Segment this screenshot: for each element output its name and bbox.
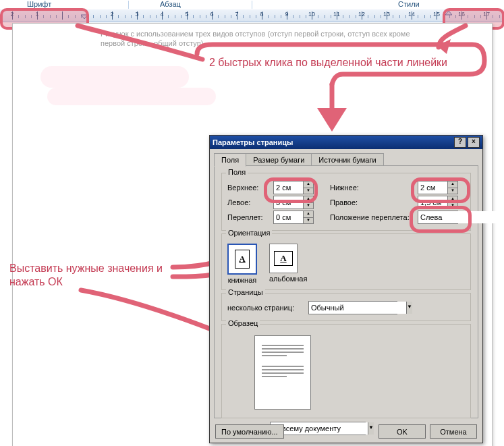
orientation-portrait[interactable]: A книжная: [227, 244, 257, 284]
chevron-down-icon[interactable]: ▼: [406, 302, 412, 314]
annotation-smear: [47, 88, 216, 105]
ribbon-paragraph-label: Абзац: [160, 0, 181, 8]
group-preview: Образец: [221, 324, 471, 418]
input-gutter-pos[interactable]: [418, 211, 504, 223]
input-gutter[interactable]: [274, 211, 303, 223]
tab-panel-fields: Поля Верхнее: ▲▼ Нижнее: ▲▼ Левое: ▲▼ Пр…: [214, 165, 478, 418]
tab-paper-source[interactable]: Источник бумаги: [311, 153, 383, 167]
spin-down-icon[interactable]: ▼: [304, 188, 313, 194]
group-margins-legend: Поля: [226, 168, 248, 176]
ruler-number: 5: [185, 11, 188, 18]
spin-down-icon[interactable]: ▼: [448, 188, 457, 194]
ruler-number: 15: [433, 11, 440, 18]
input-right[interactable]: [418, 196, 447, 208]
dialog-title: Параметры страницы: [213, 138, 293, 146]
ruler-number: 13: [383, 11, 390, 18]
spin-up-icon[interactable]: ▲: [304, 182, 313, 188]
ribbon-divider: [252, 1, 252, 9]
input-left[interactable]: [274, 196, 303, 208]
label-gutter-pos: Положение переплета:: [330, 213, 418, 221]
annotation-smear: [40, 66, 189, 88]
group-margins: Поля Верхнее: ▲▼ Нижнее: ▲▼ Левое: ▲▼ Пр…: [221, 173, 471, 231]
ruler-number: 8: [260, 11, 263, 18]
group-preview-legend: Образец: [226, 319, 260, 327]
spin-up-icon[interactable]: ▲: [448, 196, 457, 203]
tab-fields[interactable]: Поля: [214, 153, 246, 167]
orientation-portrait-icon: A: [227, 244, 257, 275]
label-multipages: несколько страниц:: [227, 304, 308, 312]
input-top[interactable]: [274, 182, 303, 194]
orientation-landscape-icon: A: [269, 244, 298, 273]
ruler-number: 7: [235, 11, 238, 18]
input-multipages[interactable]: [309, 302, 406, 314]
orientation-landscape-label: альбомная: [269, 275, 307, 283]
ruler-number: 11: [333, 11, 340, 18]
ok-button[interactable]: OK: [379, 424, 426, 439]
spin-up-icon[interactable]: ▲: [304, 211, 313, 218]
spin-gutter[interactable]: ▲▼: [273, 211, 314, 224]
ruler-number: 12: [358, 11, 365, 18]
page-preview: [254, 335, 311, 410]
label-left: Левое:: [227, 198, 273, 206]
input-bottom[interactable]: [418, 182, 447, 194]
spin-left[interactable]: ▲▼: [273, 196, 314, 209]
spin-down-icon[interactable]: ▼: [304, 203, 313, 209]
label-right: Правое:: [330, 198, 418, 206]
ribbon-styles-label: Стили: [398, 0, 420, 8]
combo-gutter-pos[interactable]: ▼: [418, 211, 458, 224]
label-bottom: Нижнее:: [330, 184, 418, 192]
combo-multipages[interactable]: ▼: [308, 301, 397, 314]
ruler-number: 2: [110, 11, 113, 18]
ruler-number: 4: [160, 11, 163, 18]
doc-line: первой строки, общий отступ): [101, 38, 458, 48]
defaults-button[interactable]: По умолчанию...: [215, 424, 284, 439]
help-button[interactable]: ?: [454, 137, 466, 148]
ruler-number: 14: [408, 11, 415, 18]
spin-up-icon[interactable]: ▲: [304, 196, 313, 203]
group-orientation-legend: Ориентация: [226, 229, 272, 237]
cancel-button[interactable]: Отмена: [430, 424, 477, 439]
close-button[interactable]: ×: [468, 137, 480, 148]
orientation-landscape[interactable]: A альбомная: [269, 244, 307, 284]
tab-paper-size[interactable]: Размер бумаги: [246, 153, 312, 167]
ruler-number: 6: [210, 11, 213, 18]
spin-up-icon[interactable]: ▲: [448, 182, 457, 188]
group-orientation: Ориентация A книжная A альбомная: [221, 233, 471, 290]
dialog-titlebar[interactable]: Параметры страницы ? ×: [210, 136, 482, 149]
annotation-doubleclick: 2 быстрых клика по выделенной части лине…: [209, 57, 447, 69]
spin-down-icon[interactable]: ▼: [448, 203, 457, 209]
ruler-number: 3: [135, 11, 138, 18]
page-setup-dialog: Параметры страницы ? × Поля Размер бумаг…: [209, 135, 483, 443]
doc-line: Рисунок с использованием трех видов отст…: [101, 29, 458, 38]
orientation-portrait-label: книжная: [227, 276, 257, 284]
label-top: Верхнее:: [227, 184, 273, 192]
spin-top[interactable]: ▲▼: [273, 181, 314, 194]
document-body-text: Рисунок с использованием трех видов отст…: [101, 29, 458, 48]
label-gutter: Переплет:: [227, 213, 273, 221]
ribbon-font-label: Шрифт: [27, 0, 51, 8]
spin-right[interactable]: ▲▼: [418, 196, 458, 209]
dialog-buttons: По умолчанию... OK Отмена: [215, 424, 477, 439]
ribbon-divider: [128, 1, 129, 9]
spin-bottom[interactable]: ▲▼: [418, 181, 458, 194]
annotation-setvalues: Выставить нужные значения и нажать ОК: [9, 262, 163, 289]
ruler-number: 10: [308, 11, 315, 18]
group-pages: Страницы несколько страниц: ▼: [221, 293, 471, 321]
spin-down-icon[interactable]: ▼: [304, 218, 313, 224]
group-pages-legend: Страницы: [226, 288, 265, 296]
dialog-tabs: Поля Размер бумаги Источник бумаги: [214, 153, 383, 167]
ruler-number: 9: [285, 11, 288, 18]
